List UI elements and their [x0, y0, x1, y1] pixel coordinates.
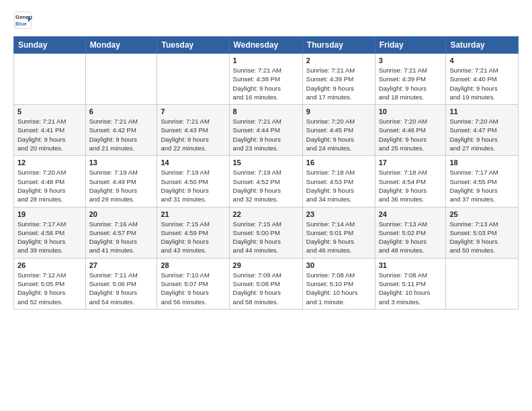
calendar-cell: 20Sunrise: 7:16 AM Sunset: 4:57 PM Dayli…: [85, 207, 157, 258]
weekday-header-friday: Friday: [375, 37, 446, 54]
day-detail: Sunrise: 7:14 AM Sunset: 5:01 PM Dayligh…: [306, 220, 371, 255]
calendar-cell: 5Sunrise: 7:21 AM Sunset: 4:41 PM Daylig…: [14, 105, 86, 156]
day-detail: Sunrise: 7:21 AM Sunset: 4:39 PM Dayligh…: [306, 66, 371, 101]
calendar-cell: 11Sunrise: 7:20 AM Sunset: 4:47 PM Dayli…: [446, 105, 519, 156]
weekday-header-row: SundayMondayTuesdayWednesdayThursdayFrid…: [14, 37, 519, 54]
day-number: 18: [449, 158, 515, 167]
calendar-cell: 19Sunrise: 7:17 AM Sunset: 4:56 PM Dayli…: [14, 207, 86, 258]
day-number: 30: [306, 261, 371, 269]
calendar-cell: 28Sunrise: 7:10 AM Sunset: 5:07 PM Dayli…: [157, 258, 229, 309]
day-number: 9: [306, 107, 371, 116]
day-detail: Sunrise: 7:16 AM Sunset: 4:57 PM Dayligh…: [89, 220, 154, 255]
day-number: 12: [17, 158, 82, 167]
logo-icon: General Blue: [13, 11, 32, 30]
day-number: 16: [306, 158, 371, 167]
week-row-1: 1Sunrise: 7:21 AM Sunset: 4:38 PM Daylig…: [14, 54, 519, 105]
day-number: 8: [233, 107, 299, 116]
calendar-cell: 10Sunrise: 7:20 AM Sunset: 4:46 PM Dayli…: [375, 105, 446, 156]
svg-text:Blue: Blue: [15, 21, 28, 27]
day-detail: Sunrise: 7:19 AM Sunset: 4:50 PM Dayligh…: [161, 168, 225, 203]
day-detail: Sunrise: 7:21 AM Sunset: 4:42 PM Dayligh…: [89, 117, 154, 152]
day-number: 24: [379, 210, 443, 218]
calendar-cell: 14Sunrise: 7:19 AM Sunset: 4:50 PM Dayli…: [157, 156, 229, 207]
day-number: 20: [89, 210, 154, 218]
calendar-cell: 24Sunrise: 7:13 AM Sunset: 5:02 PM Dayli…: [375, 207, 446, 258]
day-detail: Sunrise: 7:13 AM Sunset: 5:03 PM Dayligh…: [449, 220, 515, 255]
calendar-cell: 6Sunrise: 7:21 AM Sunset: 4:42 PM Daylig…: [85, 105, 157, 156]
day-detail: Sunrise: 7:19 AM Sunset: 4:52 PM Dayligh…: [233, 168, 299, 203]
day-number: 7: [161, 107, 225, 116]
day-detail: Sunrise: 7:10 AM Sunset: 5:07 PM Dayligh…: [161, 271, 225, 306]
calendar-cell: [85, 54, 157, 105]
calendar-cell: 21Sunrise: 7:15 AM Sunset: 4:59 PM Dayli…: [157, 207, 229, 258]
day-detail: Sunrise: 7:20 AM Sunset: 4:47 PM Dayligh…: [449, 117, 515, 152]
day-detail: Sunrise: 7:11 AM Sunset: 5:06 PM Dayligh…: [89, 271, 154, 306]
calendar-cell: 4Sunrise: 7:21 AM Sunset: 4:40 PM Daylig…: [446, 54, 519, 105]
weekday-header-monday: Monday: [85, 37, 157, 54]
day-detail: Sunrise: 7:20 AM Sunset: 4:45 PM Dayligh…: [306, 117, 371, 152]
day-detail: Sunrise: 7:09 AM Sunset: 5:08 PM Dayligh…: [233, 271, 299, 306]
day-detail: Sunrise: 7:20 AM Sunset: 4:46 PM Dayligh…: [379, 117, 443, 152]
day-detail: Sunrise: 7:20 AM Sunset: 4:48 PM Dayligh…: [17, 168, 82, 203]
day-detail: Sunrise: 7:21 AM Sunset: 4:44 PM Dayligh…: [233, 117, 299, 152]
page: General Blue SundayMondayTuesdayWednesda…: [0, 0, 532, 320]
day-number: 13: [89, 158, 154, 167]
weekday-header-wednesday: Wednesday: [229, 37, 302, 54]
calendar-cell: [446, 258, 519, 309]
day-number: 25: [449, 210, 515, 218]
day-number: 1: [233, 56, 299, 64]
week-row-4: 19Sunrise: 7:17 AM Sunset: 4:56 PM Dayli…: [14, 207, 519, 258]
calendar-cell: 17Sunrise: 7:18 AM Sunset: 4:54 PM Dayli…: [375, 156, 446, 207]
calendar-cell: 15Sunrise: 7:19 AM Sunset: 4:52 PM Dayli…: [229, 156, 302, 207]
weekday-header-thursday: Thursday: [302, 37, 375, 54]
day-number: 29: [233, 261, 299, 269]
day-number: 17: [379, 158, 443, 167]
day-number: 10: [379, 107, 443, 116]
week-row-2: 5Sunrise: 7:21 AM Sunset: 4:41 PM Daylig…: [14, 105, 519, 156]
day-number: 11: [449, 107, 515, 116]
day-number: 14: [161, 158, 225, 167]
day-number: 23: [306, 210, 371, 218]
day-detail: Sunrise: 7:21 AM Sunset: 4:39 PM Dayligh…: [379, 66, 443, 101]
weekday-header-tuesday: Tuesday: [157, 37, 229, 54]
day-detail: Sunrise: 7:08 AM Sunset: 5:11 PM Dayligh…: [379, 271, 443, 306]
day-detail: Sunrise: 7:19 AM Sunset: 4:49 PM Dayligh…: [89, 168, 154, 203]
calendar-cell: 22Sunrise: 7:15 AM Sunset: 5:00 PM Dayli…: [229, 207, 302, 258]
day-number: 15: [233, 158, 299, 167]
calendar-table: SundayMondayTuesdayWednesdayThursdayFrid…: [13, 36, 519, 310]
day-detail: Sunrise: 7:13 AM Sunset: 5:02 PM Dayligh…: [379, 220, 443, 255]
weekday-header-sunday: Sunday: [14, 37, 86, 54]
calendar-cell: 3Sunrise: 7:21 AM Sunset: 4:39 PM Daylig…: [375, 54, 446, 105]
day-detail: Sunrise: 7:21 AM Sunset: 4:40 PM Dayligh…: [449, 66, 515, 101]
calendar-cell: 2Sunrise: 7:21 AM Sunset: 4:39 PM Daylig…: [302, 54, 375, 105]
calendar-cell: 23Sunrise: 7:14 AM Sunset: 5:01 PM Dayli…: [302, 207, 375, 258]
calendar-cell: 12Sunrise: 7:20 AM Sunset: 4:48 PM Dayli…: [14, 156, 86, 207]
calendar-cell: 16Sunrise: 7:18 AM Sunset: 4:53 PM Dayli…: [302, 156, 375, 207]
day-number: 2: [306, 56, 371, 64]
day-detail: Sunrise: 7:08 AM Sunset: 5:10 PM Dayligh…: [306, 271, 371, 306]
day-number: 5: [17, 107, 82, 116]
calendar-cell: 27Sunrise: 7:11 AM Sunset: 5:06 PM Dayli…: [85, 258, 157, 309]
day-number: 4: [449, 56, 515, 64]
calendar-cell: 31Sunrise: 7:08 AM Sunset: 5:11 PM Dayli…: [375, 258, 446, 309]
day-detail: Sunrise: 7:17 AM Sunset: 4:55 PM Dayligh…: [449, 168, 515, 203]
day-detail: Sunrise: 7:12 AM Sunset: 5:05 PM Dayligh…: [17, 271, 82, 306]
calendar-cell: 1Sunrise: 7:21 AM Sunset: 4:38 PM Daylig…: [229, 54, 302, 105]
calendar-cell: 26Sunrise: 7:12 AM Sunset: 5:05 PM Dayli…: [14, 258, 86, 309]
day-number: 31: [379, 261, 443, 269]
calendar-cell: 29Sunrise: 7:09 AM Sunset: 5:08 PM Dayli…: [229, 258, 302, 309]
calendar-cell: [14, 54, 86, 105]
day-number: 19: [17, 210, 82, 218]
calendar-cell: 30Sunrise: 7:08 AM Sunset: 5:10 PM Dayli…: [302, 258, 375, 309]
calendar-cell: [157, 54, 229, 105]
day-number: 27: [89, 261, 154, 269]
day-number: 21: [161, 210, 225, 218]
calendar-cell: 9Sunrise: 7:20 AM Sunset: 4:45 PM Daylig…: [302, 105, 375, 156]
day-detail: Sunrise: 7:17 AM Sunset: 4:56 PM Dayligh…: [17, 220, 82, 255]
day-detail: Sunrise: 7:18 AM Sunset: 4:53 PM Dayligh…: [306, 168, 371, 203]
day-number: 26: [17, 261, 82, 269]
calendar-cell: 13Sunrise: 7:19 AM Sunset: 4:49 PM Dayli…: [85, 156, 157, 207]
day-detail: Sunrise: 7:21 AM Sunset: 4:38 PM Dayligh…: [233, 66, 299, 101]
day-detail: Sunrise: 7:21 AM Sunset: 4:43 PM Dayligh…: [161, 117, 225, 152]
week-row-3: 12Sunrise: 7:20 AM Sunset: 4:48 PM Dayli…: [14, 156, 519, 207]
